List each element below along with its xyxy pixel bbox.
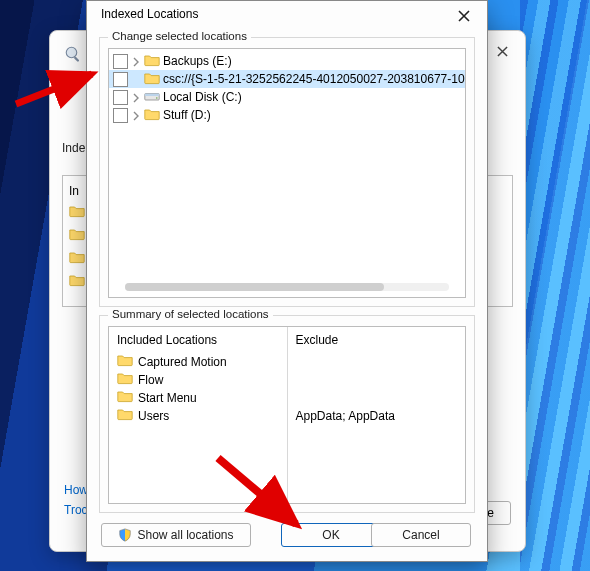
cancel-button[interactable]: Cancel bbox=[371, 523, 471, 547]
indexed-locations-dialog: Indexed Locations Change selected locati… bbox=[86, 0, 488, 562]
exclude-item bbox=[296, 389, 458, 406]
dialog-title: Indexed Locations bbox=[101, 7, 198, 21]
folder-icon bbox=[117, 389, 133, 406]
tree-checkbox[interactable] bbox=[113, 90, 128, 105]
folder-icon bbox=[69, 204, 85, 221]
tree-row[interactable]: Backups (E:) bbox=[109, 52, 465, 70]
folder-icon bbox=[117, 371, 133, 388]
folder-icon bbox=[69, 250, 85, 267]
tree-checkbox[interactable] bbox=[113, 108, 128, 123]
svg-rect-1 bbox=[74, 56, 80, 62]
included-item[interactable]: Captured Motion bbox=[117, 353, 279, 370]
tree-checkbox[interactable] bbox=[113, 72, 128, 87]
chevron-right-icon[interactable] bbox=[131, 56, 141, 66]
tree-checkbox[interactable] bbox=[113, 54, 128, 69]
dialog-close-button[interactable] bbox=[445, 3, 483, 29]
included-header: Included Locations bbox=[117, 333, 279, 347]
tree-row-label: Backups (E:) bbox=[163, 54, 232, 68]
folder-icon bbox=[144, 71, 160, 88]
search-loupe-icon bbox=[64, 45, 82, 63]
tree-row-label: csc://{S-1-5-21-3252562245-4012050027-20… bbox=[163, 72, 466, 86]
exclude-item bbox=[296, 353, 458, 370]
included-item[interactable]: Flow bbox=[117, 371, 279, 388]
included-item-label: Users bbox=[138, 409, 169, 423]
desktop-background-stripe bbox=[520, 0, 590, 571]
locations-tree[interactable]: Backups (E:)csc://{S-1-5-21-3252562245-4… bbox=[108, 48, 466, 298]
svg-rect-3 bbox=[145, 93, 159, 95]
included-item[interactable]: Start Menu bbox=[117, 389, 279, 406]
change-locations-group: Change selected locations Backups (E:)cs… bbox=[99, 37, 475, 307]
exclude-item: AppData; AppData bbox=[296, 407, 458, 424]
chevron-right-icon[interactable] bbox=[131, 110, 141, 120]
summary-split: Included Locations Captured MotionFlowSt… bbox=[108, 326, 466, 504]
show-all-label: Show all locations bbox=[137, 528, 233, 542]
exclude-header: Exclude bbox=[296, 333, 458, 347]
shield-icon bbox=[118, 528, 132, 542]
included-pane: Included Locations Captured MotionFlowSt… bbox=[109, 327, 287, 503]
tree-row-label: Local Disk (C:) bbox=[163, 90, 242, 104]
folder-icon bbox=[144, 107, 160, 124]
drive-icon bbox=[144, 89, 160, 106]
tree-horizontal-scrollbar[interactable] bbox=[125, 283, 449, 291]
included-item-label: Flow bbox=[138, 373, 163, 387]
options-help-link[interactable]: How bbox=[64, 483, 88, 497]
svg-point-0 bbox=[66, 47, 77, 58]
tree-row-label: Stuff (D:) bbox=[163, 108, 211, 122]
change-locations-label: Change selected locations bbox=[108, 30, 251, 42]
summary-label: Summary of selected locations bbox=[108, 308, 273, 320]
show-all-locations-button[interactable]: Show all locations bbox=[101, 523, 251, 547]
included-item-label: Captured Motion bbox=[138, 355, 227, 369]
options-troubleshoot-link[interactable]: Troc bbox=[64, 503, 88, 517]
folder-icon bbox=[144, 53, 160, 70]
folder-icon bbox=[69, 227, 85, 244]
folder-icon bbox=[117, 407, 133, 424]
summary-group: Summary of selected locations Included L… bbox=[99, 315, 475, 513]
options-close-button[interactable] bbox=[485, 37, 519, 65]
folder-icon bbox=[117, 353, 133, 370]
chevron-right-icon[interactable] bbox=[131, 92, 141, 102]
tree-row[interactable]: Local Disk (C:) bbox=[109, 88, 465, 106]
included-item[interactable]: Users bbox=[117, 407, 279, 424]
included-item-label: Start Menu bbox=[138, 391, 197, 405]
tree-row[interactable]: Stuff (D:) bbox=[109, 106, 465, 124]
svg-point-4 bbox=[156, 97, 158, 99]
exclude-item bbox=[296, 371, 458, 388]
exclude-pane: Exclude AppData; AppData bbox=[287, 327, 466, 503]
folder-icon bbox=[69, 273, 85, 290]
tree-row[interactable]: csc://{S-1-5-21-3252562245-4012050027-20… bbox=[109, 70, 465, 88]
ok-button[interactable]: OK bbox=[281, 523, 381, 547]
